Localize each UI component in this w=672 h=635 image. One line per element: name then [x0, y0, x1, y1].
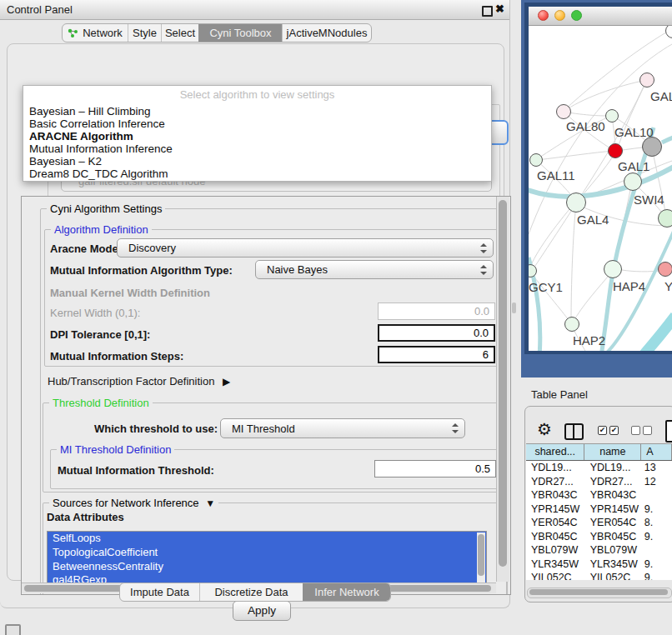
- mi-algorithm-type-label: Mutual Information Algorithm Type:: [50, 264, 233, 277]
- algorithm-option[interactable]: Dream8 DC_TDC Algorithm: [23, 168, 491, 180]
- select-all-checkbox-icon[interactable]: ✔: [609, 426, 619, 435]
- table-row[interactable]: YBL079WYBL079W: [526, 543, 672, 558]
- data-attribute-item[interactable]: SelfLoops: [48, 532, 486, 546]
- column-header[interactable]: A: [641, 444, 672, 460]
- algorithm-option[interactable]: Basic Correlation Inference: [23, 118, 491, 130]
- table-row[interactable]: YBR043CYBR043C: [526, 488, 672, 502]
- scrollbar-thumb[interactable]: [529, 589, 668, 595]
- network-node-swi4[interactable]: [624, 172, 642, 191]
- close-traffic-light-icon[interactable]: [538, 10, 549, 21]
- mi-algorithm-type-combobox[interactable]: Naive Bayes: [255, 260, 494, 279]
- network-node-unlabeled-gray[interactable]: [642, 137, 662, 157]
- table-cell: [642, 543, 672, 558]
- table-row[interactable]: YPR145WYPR145W9.: [526, 502, 672, 517]
- columns-icon[interactable]: [564, 423, 584, 440]
- pane-divider-handle[interactable]: [512, 302, 516, 313]
- tab-style[interactable]: Style: [128, 24, 161, 42]
- aracne-mode-combobox[interactable]: Discovery: [117, 238, 494, 258]
- table-row[interactable]: YLR345WYLR345W9.: [526, 558, 672, 572]
- columns-divider: [573, 425, 574, 438]
- control-panel-titlebar: Control Panel ✖: [0, 0, 509, 20]
- tab-jactivemnodules[interactable]: jActiveMNodules: [282, 24, 371, 42]
- tab-label: Cyni Toolbox: [209, 27, 271, 39]
- table-cell: YBL079W: [526, 543, 585, 558]
- new-table-icon[interactable]: [665, 420, 672, 442]
- tab-discretize-data[interactable]: Discretize Data: [199, 583, 303, 601]
- which-threshold-combobox[interactable]: MI Threshold: [220, 418, 465, 438]
- scrollbar-thumb[interactable]: [499, 200, 507, 567]
- close-icon[interactable]: ✖: [495, 2, 504, 15]
- table-row[interactable]: YIL052CYIL052C9.: [526, 571, 672, 580]
- network-node-gal4[interactable]: [566, 192, 586, 212]
- float-window-icon[interactable]: [482, 6, 493, 17]
- table-row[interactable]: YDL19...YDL19...13: [526, 461, 672, 475]
- select-all-checkbox-icon[interactable]: ✔: [598, 426, 607, 435]
- apply-button[interactable]: Apply: [233, 601, 291, 621]
- algorithm-option[interactable]: ARACNE Algorithm: [23, 130, 491, 142]
- network-node-gal10[interactable]: [605, 109, 619, 122]
- dpi-tolerance-input[interactable]: 0.0: [378, 324, 495, 342]
- network-node-gal80[interactable]: [556, 104, 571, 119]
- hub-definition-expander[interactable]: Hub/Transcription Factor Definition ▶: [48, 375, 230, 388]
- tab-label: Style: [133, 27, 157, 39]
- algorithm-option[interactable]: Bayesian – K2: [23, 155, 491, 168]
- node-attribute-table: shared... name A YDL19...YDL19...13YDR27…: [526, 443, 672, 598]
- network-node-gal7[interactable]: [639, 72, 654, 88]
- table-row[interactable]: YBR045CYBR045C9.: [526, 530, 672, 544]
- minimize-traffic-light-icon[interactable]: [554, 10, 565, 21]
- cyni-settings-panel: Cyni Algorithm Settings Algorithm Defini…: [21, 196, 511, 595]
- dpi-tolerance-label: DPI Tolerance [0,1]:: [50, 328, 150, 341]
- tab-network[interactable]: Network: [63, 24, 128, 42]
- threshold-definition-group: Threshold Definition Which threshold to …: [43, 402, 508, 492]
- column-header[interactable]: shared...: [526, 444, 584, 460]
- network-node-gal11[interactable]: [529, 153, 543, 167]
- table-horizontal-scrollbar[interactable]: [527, 588, 672, 598]
- corner-window-icon[interactable]: [5, 624, 21, 635]
- sources-expander[interactable]: Sources for Network Inference ▼: [49, 497, 218, 509]
- settings-vertical-scrollbar[interactable]: [496, 197, 509, 582]
- scrollbar-thumb[interactable]: [478, 534, 484, 576]
- table-row[interactable]: YER054CYER054C8.: [526, 516, 672, 530]
- column-header[interactable]: name: [584, 444, 641, 460]
- tab-infer-network[interactable]: Infer Network: [303, 583, 390, 601]
- group-title: MI Threshold Definition: [57, 443, 174, 456]
- spinner-arrows-icon: [480, 265, 486, 275]
- algorithm-option[interactable]: Mutual Information Inference: [23, 142, 491, 155]
- network-node-unlabeled-salmon[interactable]: [658, 262, 672, 277]
- network-node-gal1[interactable]: [608, 143, 623, 158]
- mi-threshold-input[interactable]: 0.5: [374, 460, 496, 478]
- network-node-unlabeled-right[interactable]: [658, 209, 672, 228]
- deselect-all-checkbox-icon[interactable]: [631, 426, 640, 435]
- network-node-unlabeled-top[interactable]: [665, 26, 672, 38]
- network-window[interactable]: GALGAL80GAL10GAL1GAL11SWI4GAL4GCY1HAP4YH…: [524, 2, 672, 354]
- data-attribute-item[interactable]: TopologicalCoefficient: [48, 546, 486, 560]
- network-window-titlebar[interactable]: [529, 7, 672, 26]
- network-node-hap4[interactable]: [604, 260, 622, 278]
- network-node-gcy1[interactable]: [529, 264, 537, 278]
- deselect-all-checkbox-icon[interactable]: [643, 426, 652, 435]
- table-cell: YPR145W: [585, 502, 642, 517]
- node-label-gcy1: GCY1: [529, 280, 563, 294]
- table-cell: YIL052C: [585, 571, 642, 580]
- tab-impute-data[interactable]: Impute Data: [120, 583, 199, 601]
- node-label-swi4: SWI4: [634, 192, 664, 207]
- network-node-hap2[interactable]: [564, 317, 579, 332]
- table-cell: YDR27...: [526, 475, 585, 489]
- tab-label: Infer Network: [314, 586, 379, 598]
- kernel-width-input: 0.0: [378, 302, 495, 320]
- algorithm-definition-group: Algorithm Definition Aracne Mode: Discov…: [44, 229, 499, 367]
- group-title: Cyni Algorithm Settings: [47, 202, 165, 215]
- table-row[interactable]: YDR27...YDR27...12: [526, 475, 672, 489]
- list-scrollbar[interactable]: [477, 532, 485, 588]
- table-cell: YIL052C: [526, 571, 585, 580]
- gear-icon[interactable]: ⚙: [537, 421, 552, 438]
- network-canvas[interactable]: GALGAL80GAL10GAL1GAL11SWI4GAL4GCY1HAP4YH…: [529, 26, 672, 351]
- tab-cyni-toolbox[interactable]: Cyni Toolbox: [198, 24, 282, 42]
- mi-steps-input[interactable]: 6: [378, 346, 495, 363]
- algorithm-option[interactable]: Bayesian – Hill Climbing: [23, 105, 491, 118]
- data-attribute-item[interactable]: BetweennessCentrality: [48, 560, 486, 574]
- node-label-gal11: GAL11: [537, 168, 575, 182]
- zoom-traffic-light-icon[interactable]: [571, 10, 582, 21]
- table-cell: YDL19...: [526, 461, 585, 475]
- tab-select[interactable]: Select: [161, 24, 198, 42]
